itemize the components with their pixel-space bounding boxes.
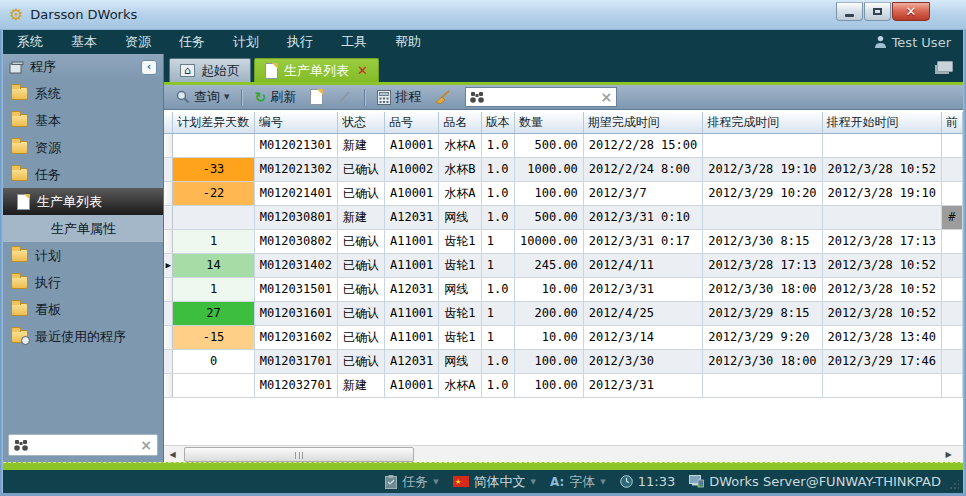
cell[interactable]: M012021302 [254,157,337,181]
column-header-6[interactable]: 数量 [515,112,584,133]
cell[interactable]: M012031402 [254,253,337,277]
cell[interactable]: A10001 [384,133,438,157]
cell[interactable]: 100.00 [515,349,584,373]
cell-plan-diff[interactable]: -15 [173,325,254,349]
cell[interactable]: 1 [481,325,514,349]
cell[interactable]: 2012/3/30 18:00 [703,277,822,301]
cell[interactable]: 1.0 [481,181,514,205]
cell[interactable]: 2012/3/31 [583,373,702,397]
cell[interactable]: 200.00 [515,301,584,325]
cell[interactable]: M012030801 [254,205,337,229]
cell-plan-diff[interactable] [173,205,254,229]
cell[interactable]: A10001 [384,373,438,397]
cell[interactable]: A12031 [384,277,438,301]
minimize-button[interactable] [836,2,863,21]
cell[interactable]: 2012/3/28 19:10 [703,157,822,181]
row-indicator[interactable] [164,277,173,301]
tab-1[interactable]: 生产单列表✕ [254,58,379,82]
menu-item-5[interactable]: 执行 [273,33,327,51]
cell[interactable]: 1.0 [481,205,514,229]
cell[interactable]: A11001 [384,229,438,253]
row-indicator[interactable] [164,205,173,229]
cell[interactable]: M012031602 [254,325,337,349]
cell[interactable]: 水杯A [439,181,481,205]
cell[interactable] [941,325,962,349]
cell[interactable]: 2012/3/29 8:15 [703,301,822,325]
cell[interactable]: M012031701 [254,349,337,373]
menu-item-0[interactable]: 系统 [3,33,57,51]
cell[interactable]: 1 [481,229,514,253]
cell[interactable]: 已确认 [337,157,384,181]
table-row[interactable]: M012030801新建A12031网线1.0500.002012/3/31 0… [164,205,963,229]
cell[interactable]: A11001 [384,325,438,349]
sidebar-item-0[interactable]: 系统 [3,80,163,107]
cell[interactable]: 已确认 [337,181,384,205]
cell[interactable]: # [941,205,962,229]
cell[interactable]: 10.00 [515,325,584,349]
close-button[interactable]: ✕ [892,2,930,21]
status-font[interactable]: A: 字体 ▼ [550,473,606,491]
cell[interactable]: M012030802 [254,229,337,253]
table-row[interactable]: -33M012021302已确认A10002水杯B1.01000.002012/… [164,157,963,181]
row-indicator[interactable] [164,157,173,181]
table-row[interactable]: 27M012031601已确认A11001齿轮11200.002012/4/25… [164,301,963,325]
cell[interactable]: 1 [481,253,514,277]
row-indicator[interactable] [164,349,173,373]
cell[interactable] [941,133,962,157]
table-row[interactable]: M012021301新建A10001水杯A1.0500.002012/2/28 … [164,133,963,157]
cell[interactable] [941,373,962,397]
table-row[interactable]: M012032701新建A10001水杯A1.0100.002012/3/31 [164,373,963,397]
cell[interactable]: 2012/3/28 17:13 [822,229,941,253]
column-header-8[interactable]: 排程完成时间 [703,112,822,133]
column-header-7[interactable]: 期望完成时间 [583,112,702,133]
horizontal-scrollbar[interactable]: ◀ ▶ [164,445,963,462]
cell[interactable] [941,277,962,301]
cell[interactable]: 2012/4/11 [583,253,702,277]
row-indicator[interactable] [164,373,173,397]
cell[interactable]: 1.0 [481,349,514,373]
cell[interactable]: 已确认 [337,253,384,277]
row-indicator[interactable] [164,301,173,325]
row-indicator[interactable] [164,229,173,253]
column-header-9[interactable]: 排程开始时间 [822,112,941,133]
cell[interactable] [941,229,962,253]
column-header-10[interactable]: 前 [941,112,962,133]
cell[interactable]: 1000.00 [515,157,584,181]
cell[interactable]: 2012/3/28 17:13 [703,253,822,277]
cell[interactable]: 1 [481,301,514,325]
user-badge[interactable]: Test User [874,35,963,50]
cell[interactable]: 10000.00 [515,229,584,253]
sidebar-item-3[interactable]: 任务 [3,161,163,188]
cell-plan-diff[interactable]: -33 [173,157,254,181]
row-indicator[interactable] [164,325,173,349]
cell[interactable]: 2012/3/28 19:10 [822,181,941,205]
cell-plan-diff[interactable] [173,133,254,157]
status-server[interactable]: DWorks Server@FUNWAY-THINKPAD [689,474,941,489]
resize-grip[interactable] [949,480,959,490]
cell[interactable]: 2012/2/24 8:00 [583,157,702,181]
cell[interactable] [822,205,941,229]
cell[interactable]: 网线 [439,349,481,373]
column-header-0[interactable]: 计划差异天数 [173,112,254,133]
cell[interactable]: 2012/3/28 10:52 [822,157,941,181]
table-row[interactable]: -22M012021401已确认A10001水杯A1.0100.002012/3… [164,181,963,205]
cell[interactable]: 2012/3/31 [583,277,702,301]
cell[interactable]: 2012/3/30 8:15 [703,229,822,253]
cell[interactable]: 1.0 [481,373,514,397]
sidebar-search-clear-icon[interactable]: × [140,438,152,452]
column-header-4[interactable]: 品名 [439,112,481,133]
column-header-2[interactable]: 状态 [337,112,384,133]
cell[interactable]: 新建 [337,205,384,229]
cell[interactable]: 2012/3/28 10:52 [822,277,941,301]
window-list-icon[interactable] [937,61,953,72]
cell[interactable]: 2012/3/31 0:10 [583,205,702,229]
cell[interactable]: 2012/3/29 9:20 [703,325,822,349]
cell[interactable] [703,205,822,229]
cell[interactable]: 2012/3/29 10:20 [703,181,822,205]
cell[interactable]: 新建 [337,373,384,397]
cell[interactable]: 网线 [439,277,481,301]
row-indicator[interactable] [164,133,173,157]
table-row[interactable]: -15M012031602已确认A11001齿轮1110.002012/3/14… [164,325,963,349]
cell[interactable]: M012031501 [254,277,337,301]
cell[interactable]: 2012/4/25 [583,301,702,325]
